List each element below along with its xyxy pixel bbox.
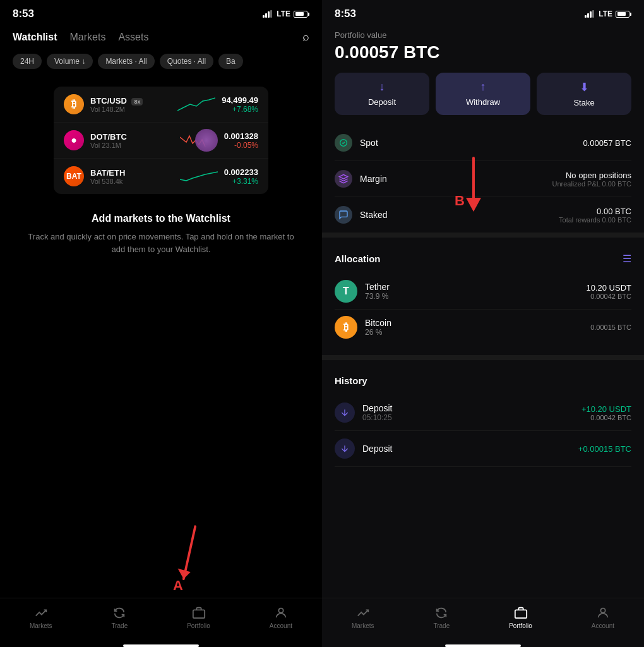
tether-usdt: 10.20 USDT — [586, 283, 631, 293]
tether-allocation: T Tether 73.9 % 10.20 USDT 0.00042 BTC — [335, 274, 631, 310]
btc-icon: ₿ — [64, 94, 84, 114]
spot-btc: 0.00057 BTC — [583, 138, 631, 148]
right-nav-account-label: Account — [592, 622, 614, 629]
search-icon[interactable]: ⌕ — [302, 30, 309, 44]
margin-icon — [335, 170, 352, 188]
deposit-icon: ↓ — [379, 80, 385, 94]
stake-button[interactable]: ⬇ Stake — [537, 73, 631, 115]
history-usdt-1: +10.20 USDT — [581, 404, 631, 414]
dot-icon: ● — [64, 130, 84, 150]
dot-price: 0.001328 -0.05% — [224, 131, 258, 150]
history-type-2: Deposit — [362, 444, 571, 454]
right-nav-trade[interactable]: Trade — [433, 606, 450, 629]
right-time: 8:53 — [335, 8, 356, 20]
svg-rect-2 — [193, 610, 204, 618]
right-nav-account[interactable]: Account — [592, 606, 614, 629]
markets-icon — [34, 606, 48, 620]
left-status-icons: LTE — [263, 9, 309, 18]
lte-label: LTE — [277, 9, 290, 18]
filter-ba[interactable]: Ba — [218, 54, 243, 69]
tab-assets[interactable]: Assets — [118, 32, 148, 43]
deposit-label: Deposit — [368, 97, 396, 107]
bat-vol: Vol 538.4k — [90, 178, 174, 185]
btc-vol: Vol 148.2M — [90, 106, 171, 113]
left-time: 8:53 — [13, 8, 34, 20]
market-item-dot[interactable]: ● DOT/BTC Vol 23.1M 0.001328 -0.05% — [54, 123, 268, 159]
dot-pair: DOT/BTC — [90, 132, 174, 142]
deposit-button[interactable]: ↓ Deposit — [335, 73, 429, 115]
portfolio-value: 0.00057 BTC — [335, 42, 631, 63]
section-divider-1 — [322, 233, 644, 238]
allocation-header: Allocation ☰ — [335, 253, 631, 265]
svg-point-8 — [600, 608, 605, 613]
watchlist-empty-state: Add markets to the Watchlist Track and q… — [0, 213, 322, 255]
history-section: History Deposit 05:10:25 +10.20 USDT 0.0… — [322, 365, 644, 598]
bitcoin-info: Bitcoin 26 % — [365, 318, 583, 337]
arrow-b-label: B — [455, 193, 465, 209]
right-portfolio-icon — [514, 606, 528, 620]
bitcoin-value: 0.00015 BTC — [590, 324, 631, 331]
empty-state-title: Add markets to the Watchlist — [25, 213, 297, 224]
arrow-b-annotation: B — [448, 155, 499, 221]
right-home-indicator — [445, 644, 521, 647]
history-type-1: Deposit — [362, 403, 574, 413]
btc-badge: 8x — [131, 98, 143, 106]
account-icon — [274, 606, 288, 620]
btc-info: BTC/USD 8x Vol 148.2M — [90, 96, 171, 113]
withdraw-button[interactable]: ↑ Withdraw — [436, 73, 530, 115]
tether-pct: 73.9 % — [365, 292, 578, 301]
history-deposit-icon-2 — [335, 438, 355, 459]
left-nav-account-label: Account — [270, 622, 292, 629]
left-nav-portfolio[interactable]: Portfolio — [187, 606, 210, 629]
tab-watchlist[interactable]: Watchlist — [13, 32, 57, 43]
bat-icon: BAT — [64, 166, 84, 186]
btc-chart — [177, 95, 215, 114]
right-bottom-nav: Markets Trade Portfolio Account — [322, 598, 644, 642]
bitcoin-allocation: ₿ Bitcoin 26 % 0.00015 BTC — [335, 310, 631, 345]
signal-icon — [263, 10, 272, 18]
history-btc-1: 0.00042 BTC — [581, 414, 631, 421]
market-list-preview: ₿ BTC/USD 8x Vol 148.2M 94,499.49 +7.68% — [54, 87, 268, 194]
right-nav-portfolio[interactable]: Portfolio — [509, 606, 532, 629]
filter-volume[interactable]: Volume ↓ — [47, 54, 93, 69]
left-panel: 8:53 LTE Watchlist Markets Assets ⌕ 24H — [0, 0, 322, 647]
spot-name: Spot — [360, 138, 583, 148]
filter-24h[interactable]: 24H — [13, 54, 42, 69]
right-lte-label: LTE — [599, 9, 612, 18]
portfolio-icon — [192, 606, 206, 620]
market-item-bat[interactable]: BAT BAT/ETH Vol 538.4k 0.002233 +3.31% — [54, 159, 268, 194]
filter-quotes[interactable]: Quotes · All — [160, 54, 213, 69]
left-nav-markets[interactable]: Markets — [30, 606, 52, 629]
right-nav-markets-label: Markets — [352, 622, 374, 629]
left-nav-trade[interactable]: Trade — [111, 606, 128, 629]
staked-sub: Total rewards 0.00 BTC — [559, 216, 631, 224]
allocation-list-icon[interactable]: ☰ — [623, 253, 631, 265]
left-nav-trade-label: Trade — [111, 622, 128, 629]
market-item-btc[interactable]: ₿ BTC/USD 8x Vol 148.2M 94,499.49 +7.68% — [54, 87, 268, 123]
history-amount-1: +10.20 USDT 0.00042 BTC — [581, 404, 631, 421]
history-usdt-2: +0.00015 BTC — [578, 444, 631, 454]
filter-markets[interactable]: Markets · All — [98, 54, 154, 69]
dot-circle-bg — [195, 129, 218, 152]
history-deposit-icon-1 — [335, 402, 355, 423]
left-home-indicator — [123, 644, 199, 647]
left-status-bar: 8:53 LTE — [0, 0, 322, 25]
bat-info: BAT/ETH Vol 538.4k — [90, 168, 174, 185]
stake-label: Stake — [573, 98, 594, 107]
action-buttons: ↓ Deposit ↑ Withdraw ⬇ Stake B — [322, 73, 644, 125]
bitcoin-btc: 0.00015 BTC — [590, 324, 631, 331]
tether-btc: 0.00042 BTC — [586, 293, 631, 300]
stake-icon: ⬇ — [580, 80, 589, 94]
svg-rect-7 — [515, 610, 526, 618]
bitcoin-name: Bitcoin — [365, 318, 583, 328]
empty-state-description: Track and quickly act on price movements… — [25, 231, 297, 255]
history-title: History — [335, 375, 631, 386]
history-item-1: Deposit 05:10:25 +10.20 USDT 0.00042 BTC — [335, 395, 631, 431]
spot-icon — [335, 134, 352, 152]
left-nav-account[interactable]: Account — [270, 606, 292, 629]
right-nav-markets[interactable]: Markets — [352, 606, 374, 629]
btc-pair: BTC/USD 8x — [90, 96, 171, 106]
history-info-1: Deposit 05:10:25 — [362, 403, 574, 422]
tab-markets[interactable]: Markets — [70, 32, 106, 43]
watchlist-content: ₿ BTC/USD 8x Vol 148.2M 94,499.49 +7.68% — [0, 74, 322, 598]
